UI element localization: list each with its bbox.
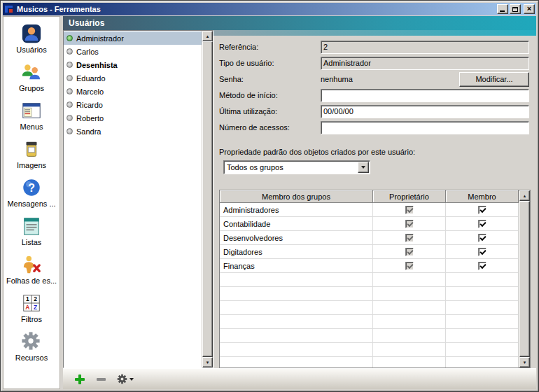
user-list-item[interactable]: Administrador <box>64 31 202 45</box>
sidebar-item-folhas-de-estilo[interactable]: Folhas de es... <box>4 252 59 290</box>
arrow-down-icon: ▼ <box>206 360 210 365</box>
tipo-usuario-field: Administrador <box>321 57 529 70</box>
panel-header: Usuários <box>63 16 536 30</box>
scrollbar-thumb[interactable] <box>519 201 530 357</box>
sidebar-item-recursos[interactable]: Recursos <box>4 329 59 368</box>
scroll-up-button[interactable]: ▲ <box>202 31 213 41</box>
scroll-down-button[interactable]: ▼ <box>519 357 530 368</box>
field-label: Método de início: <box>219 91 321 99</box>
senha-value: nenhuma <box>321 75 353 83</box>
scroll-up-button[interactable]: ▲ <box>519 190 530 201</box>
bottom-toolbar <box>63 368 536 389</box>
sidebar-item-grupos[interactable]: Grupos <box>4 59 59 98</box>
user-dot-icon <box>66 88 73 94</box>
menus-icon <box>21 100 42 121</box>
table-row[interactable]: Contabilidade <box>220 217 519 231</box>
sidebar-item-label: Mensagens ... <box>7 200 55 208</box>
table-row-empty <box>220 301 519 315</box>
membro-checkbox[interactable] <box>478 206 486 214</box>
panel-title: Usuários <box>69 18 104 28</box>
user-details-panel: Referência: 2 Tipo de usuário: Administr… <box>214 30 536 368</box>
sidebar-item-label: Imagens <box>17 161 46 169</box>
sidebar: Usuários Grupos <box>3 16 60 389</box>
table-header: Membro dos grupos Proprietário Membro <box>220 190 519 203</box>
maximize-button[interactable] <box>510 4 521 14</box>
minimize-button[interactable] <box>497 4 508 14</box>
scroll-down-button[interactable]: ▼ <box>202 357 213 368</box>
default-group-combobox[interactable]: Todos os grupos <box>223 160 370 174</box>
scrollbar-thumb[interactable] <box>202 41 213 357</box>
table-row[interactable]: Desenvolvedores <box>220 231 519 245</box>
maximize-icon <box>512 7 518 12</box>
table-row-empty <box>220 315 519 329</box>
user-list-item[interactable]: Marcelo <box>64 85 202 98</box>
messages-icon: ? <box>21 177 42 198</box>
user-dot-icon <box>66 62 73 68</box>
membro-cell <box>446 231 519 244</box>
sidebar-item-label: Menus <box>20 122 43 131</box>
user-list-item[interactable]: Roberto <box>64 111 202 125</box>
sidebar-item-filtros[interactable]: 1 2 A Z Filtros <box>4 290 59 329</box>
sidebar-item-mensagens[interactable]: ? Mensagens ... <box>4 175 59 214</box>
user-list-item[interactable]: Eduardo <box>64 71 202 85</box>
table-row[interactable]: Finanças <box>220 259 519 273</box>
table-row-empty <box>220 343 519 357</box>
window-body: Usuários Grupos <box>3 16 536 389</box>
group-name-cell: Digitadores <box>220 245 373 258</box>
column-header-membro[interactable]: Membro <box>446 190 519 203</box>
svg-text:A: A <box>25 304 29 311</box>
sidebar-item-label: Folhas de es... <box>6 276 57 285</box>
group-name-cell: Finanças <box>220 259 373 272</box>
group-name-cell: Administradores <box>220 203 373 216</box>
group-name-cell: Desenvolvedores <box>220 231 373 244</box>
sidebar-item-usuarios[interactable]: Usuários <box>4 21 59 59</box>
groups-icon <box>21 62 42 83</box>
field-label: Número de acessos: <box>219 123 321 132</box>
table-row[interactable]: Administradores <box>220 203 519 217</box>
window-title: Musicos - Ferramentas <box>17 5 496 13</box>
sidebar-item-listas[interactable]: Listas <box>4 214 59 252</box>
sidebar-item-menus[interactable]: Menus <box>4 98 59 136</box>
sidebar-item-label: Filtros <box>21 315 42 323</box>
sidebar-item-imagens[interactable]: Imagens <box>4 136 59 175</box>
sidebar-item-label: Listas <box>22 238 42 246</box>
lists-icon <box>21 216 42 237</box>
ultima-utilizacao-input[interactable] <box>321 105 529 118</box>
membro-checkbox[interactable] <box>478 262 486 270</box>
column-header-membro-dos-grupos[interactable]: Membro dos grupos <box>220 190 373 203</box>
arrow-down-icon: ▼ <box>523 360 527 365</box>
table-scrollbar[interactable]: ▲ ▼ <box>519 190 530 368</box>
close-icon: × <box>527 5 531 13</box>
add-icon <box>74 374 85 385</box>
user-dot-icon <box>66 48 73 55</box>
titlebar: Musicos - Ferramentas × <box>3 3 536 15</box>
table-row[interactable]: Digitadores <box>220 245 519 259</box>
membro-checkbox[interactable] <box>478 234 486 242</box>
user-list-item[interactable]: Carlos <box>64 45 202 58</box>
membro-checkbox[interactable] <box>478 248 486 256</box>
table-row-empty <box>220 287 519 301</box>
remove-user-button[interactable] <box>97 378 106 381</box>
user-list-item[interactable]: Sandra <box>64 125 202 138</box>
column-header-proprietario[interactable]: Proprietário <box>373 190 446 203</box>
metodo-inicio-input[interactable] <box>321 89 529 102</box>
user-list-item[interactable]: Ricardo <box>64 98 202 111</box>
field-row-metodo-inicio: Método de início: <box>219 88 529 102</box>
close-button[interactable]: × <box>524 4 535 14</box>
user-list-item[interactable]: Desenhista <box>64 58 202 71</box>
membro-cell <box>446 245 519 258</box>
images-icon <box>21 139 42 160</box>
modify-password-button[interactable]: Modificar... <box>459 72 529 87</box>
add-user-button[interactable] <box>74 374 85 385</box>
field-row-referencia: Referência: 2 <box>219 40 529 54</box>
proprietario-checkbox <box>405 262 414 270</box>
membro-checkbox[interactable] <box>478 220 486 228</box>
remove-icon <box>97 378 106 381</box>
settings-menu-button[interactable] <box>117 374 134 384</box>
user-list-panel: Administrador Carlos Desenhista Edu <box>63 30 214 368</box>
app-icon[interactable] <box>4 4 14 14</box>
numero-acessos-input[interactable] <box>321 121 529 134</box>
user-list-scrollbar[interactable]: ▲ ▼ <box>202 31 213 368</box>
sidebar-item-label: Grupos <box>19 84 44 92</box>
combobox-dropdown-button[interactable] <box>358 162 369 173</box>
